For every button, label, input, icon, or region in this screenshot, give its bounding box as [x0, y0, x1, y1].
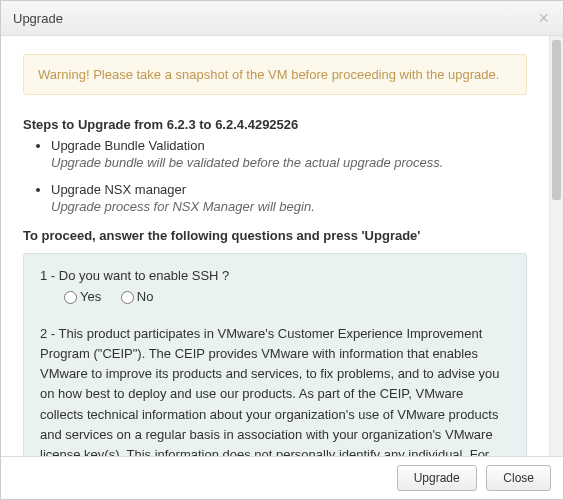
scrollbar-thumb[interactable]	[552, 40, 561, 200]
upgrade-button[interactable]: Upgrade	[397, 465, 477, 491]
ssh-no-label[interactable]: No	[121, 289, 154, 304]
step-title: Upgrade Bundle Validation	[51, 138, 527, 153]
modal-title: Upgrade	[13, 11, 63, 26]
question-box: 1 - Do you want to enable SSH ? Yes No 2…	[23, 253, 527, 456]
scrollbar[interactable]	[549, 36, 563, 456]
close-button[interactable]: Close	[486, 465, 551, 491]
steps-heading: Steps to Upgrade from 6.2.3 to 6.2.4.429…	[23, 117, 527, 132]
warning-alert: Warning! Please take a snapshot of the V…	[23, 54, 527, 95]
question-2-text: 2 - This product participates in VMware'…	[40, 324, 510, 456]
modal-footer: Upgrade Close	[1, 456, 563, 499]
steps-list: Upgrade Bundle Validation Upgrade bundle…	[51, 138, 527, 214]
warning-text: Warning! Please take a snapshot of the V…	[38, 67, 499, 82]
step-desc: Upgrade process for NSX Manager will beg…	[51, 199, 527, 214]
modal-body: Warning! Please take a snapshot of the V…	[1, 36, 549, 456]
ssh-yes-text: Yes	[80, 289, 101, 304]
ssh-no-text: No	[137, 289, 154, 304]
ssh-yes-radio[interactable]	[64, 291, 77, 304]
question-1-label: 1 - Do you want to enable SSH ?	[40, 268, 510, 283]
step-title: Upgrade NSX manager	[51, 182, 527, 197]
modal-header: Upgrade ×	[1, 1, 563, 36]
proceed-heading: To proceed, answer the following questio…	[23, 228, 527, 243]
list-item: Upgrade Bundle Validation Upgrade bundle…	[51, 138, 527, 170]
list-item: Upgrade NSX manager Upgrade process for …	[51, 182, 527, 214]
step-desc: Upgrade bundle will be validated before …	[51, 155, 527, 170]
question-1-radios: Yes No	[64, 289, 510, 304]
ssh-no-radio[interactable]	[121, 291, 134, 304]
upgrade-modal: Upgrade × Warning! Please take a snapsho…	[0, 0, 564, 500]
modal-body-wrap: Warning! Please take a snapshot of the V…	[1, 36, 563, 456]
ssh-yes-label[interactable]: Yes	[64, 289, 105, 304]
close-icon[interactable]: ×	[536, 9, 551, 27]
